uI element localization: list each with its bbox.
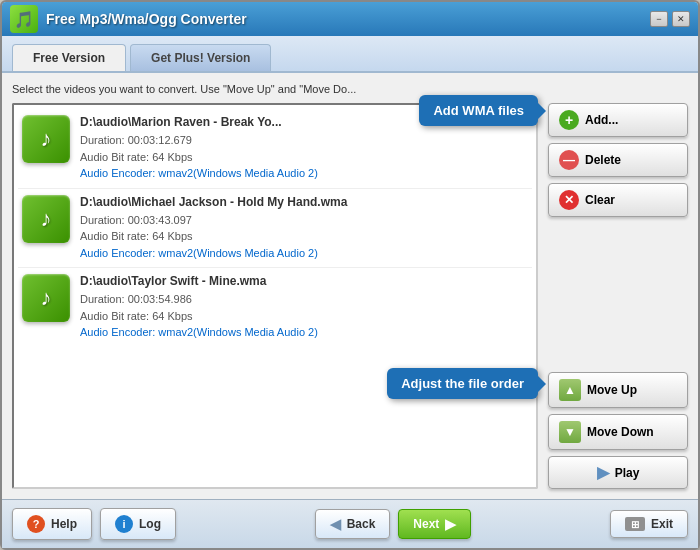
- delete-button[interactable]: — Delete: [548, 143, 688, 177]
- next-button[interactable]: Next ▶: [398, 509, 471, 539]
- log-button[interactable]: i Log: [100, 508, 176, 540]
- add-button[interactable]: + Add...: [548, 103, 688, 137]
- exit-icon: ⊞: [625, 517, 645, 531]
- list-item[interactable]: ♪ D:\audio\Michael Jackson - Hold My Han…: [18, 189, 532, 269]
- file-name: D:\audio\Taylor Swift - Mine.wma: [80, 274, 528, 288]
- move-buttons: ▲ Move Up ▼ Move Down Adjust the file or…: [548, 372, 688, 489]
- close-button[interactable]: ✕: [672, 11, 690, 27]
- help-icon: ?: [27, 515, 45, 533]
- file-meta: Duration: 00:03:54.986 Audio Bit rate: 6…: [80, 291, 528, 341]
- minimize-button[interactable]: −: [650, 11, 668, 27]
- content-area: Select the videos you want to convert. U…: [2, 73, 698, 499]
- add-icon: +: [559, 110, 579, 130]
- next-icon: ▶: [445, 516, 456, 532]
- file-details: D:\audio\Taylor Swift - Mine.wma Duratio…: [80, 274, 528, 341]
- move-down-button[interactable]: ▼ Move Down: [548, 414, 688, 450]
- file-meta: Duration: 00:03:12.679 Audio Bit rate: 6…: [80, 132, 528, 182]
- file-icon: ♪: [22, 274, 70, 322]
- back-icon: ◀: [330, 516, 341, 532]
- list-item[interactable]: ♪ D:\audio\Taylor Swift - Mine.wma Durat…: [18, 268, 532, 347]
- file-icon: ♪: [22, 115, 70, 163]
- clear-button[interactable]: ✕ Clear: [548, 183, 688, 217]
- app-icon: 🎵: [10, 5, 38, 33]
- back-button[interactable]: ◀ Back: [315, 509, 391, 539]
- move-down-icon: ▼: [559, 421, 581, 443]
- tabs-bar: Free Version Get Plus! Version: [2, 36, 698, 73]
- file-icon: ♪: [22, 195, 70, 243]
- tooltip-adjust-order: Adjust the file order: [387, 368, 538, 399]
- tab-free-version[interactable]: Free Version: [12, 44, 126, 71]
- sidebar: Add WMA files + Add... — Delete ✕ Clear: [548, 103, 688, 489]
- main-window: 🎵 Free Mp3/Wma/Ogg Converter − ✕ Free Ve…: [0, 0, 700, 550]
- main-area: ♪ D:\audio\Marion Raven - Break Yo... Du…: [12, 103, 688, 489]
- move-up-icon: ▲: [559, 379, 581, 401]
- exit-button[interactable]: ⊞ Exit: [610, 510, 688, 538]
- info-icon: i: [115, 515, 133, 533]
- play-button[interactable]: ▶ Play: [548, 456, 688, 489]
- play-icon: ▶: [597, 463, 609, 482]
- tooltip-add-wma: Add WMA files: [419, 95, 538, 126]
- instruction-text: Select the videos you want to convert. U…: [12, 83, 688, 95]
- title-bar: 🎵 Free Mp3/Wma/Ogg Converter − ✕: [2, 2, 698, 36]
- clear-icon: ✕: [559, 190, 579, 210]
- file-list[interactable]: ♪ D:\audio\Marion Raven - Break Yo... Du…: [12, 103, 538, 489]
- file-meta: Duration: 00:03:43.097 Audio Bit rate: 6…: [80, 212, 528, 262]
- help-button[interactable]: ? Help: [12, 508, 92, 540]
- app-title: Free Mp3/Wma/Ogg Converter: [46, 11, 650, 27]
- delete-icon: —: [559, 150, 579, 170]
- bottom-bar: ? Help i Log ◀ Back Next ▶ ⊞ Exit: [2, 499, 698, 548]
- file-details: D:\audio\Michael Jackson - Hold My Hand.…: [80, 195, 528, 262]
- window-controls: − ✕: [650, 11, 690, 27]
- move-up-button[interactable]: ▲ Move Up: [548, 372, 688, 408]
- tab-plus-version[interactable]: Get Plus! Version: [130, 44, 271, 71]
- file-name: D:\audio\Michael Jackson - Hold My Hand.…: [80, 195, 528, 209]
